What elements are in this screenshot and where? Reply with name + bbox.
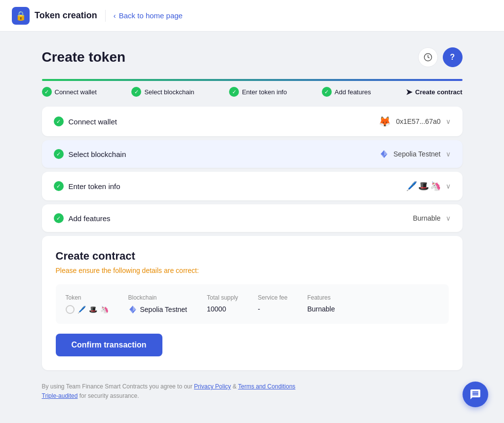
step-select-blockchain: ✓ Select blockchain (131, 87, 194, 97)
back-link-label: Back to home page (119, 11, 183, 20)
progress-fill (42, 79, 463, 81)
connect-wallet-section[interactable]: ✓ Connect wallet 🦊 0x1E57...67a0 ∨ (42, 107, 463, 136)
add-features-section[interactable]: ✓ Add features Burnable ∨ (42, 204, 463, 232)
step-arrow-icon: ➤ (406, 87, 412, 97)
step-enter-token-info-label: Enter token info (242, 88, 287, 96)
token-hat-icon: 🎩 (89, 306, 97, 313)
check-icon: ✓ (54, 149, 64, 159)
step-check-icon: ✓ (322, 87, 332, 97)
step-check-icon: ✓ (131, 87, 141, 97)
eth-col-icon (128, 305, 137, 314)
privacy-policy-link[interactable]: Privacy Policy (194, 383, 231, 390)
accordion-left: ✓ Select blockchain (54, 149, 126, 159)
check-icon: ✓ (54, 181, 64, 191)
create-contract-box: Create contract Please ensure the follow… (42, 236, 463, 370)
total-supply-col-value: 10000 (207, 305, 238, 313)
chevron-down-icon: ∨ (446, 117, 451, 125)
app-title: Token creation (35, 10, 97, 21)
check-icon: ✓ (54, 213, 64, 223)
stepper-container: ✓ Connect wallet ✓ Select blockchain ✓ E… (42, 79, 463, 97)
pencil-icon: 🖊️ (406, 181, 417, 192)
step-check-icon: ✓ (229, 87, 239, 97)
token-emojis: 🖊️ 🎩 🦄 (406, 181, 441, 192)
progress-bar (42, 79, 463, 81)
chevron-down-icon: ∨ (446, 214, 451, 222)
nav-divider (105, 10, 106, 22)
blockchain-col-label: Blockchain (128, 294, 187, 301)
total-supply-col: Total supply 10000 (207, 294, 238, 313)
hat-icon: 🎩 (418, 181, 429, 192)
main-content: Create token ? ✓ Connect wallet ✓ (30, 32, 474, 417)
step-connect-wallet: ✓ Connect wallet (42, 87, 97, 97)
step-select-blockchain-label: Select blockchain (144, 88, 194, 96)
accordion-right: 🦊 0x1E57...67a0 ∨ (379, 115, 450, 127)
chevron-down-icon: ∨ (446, 182, 451, 190)
page-header: Create token ? (42, 47, 463, 67)
create-contract-subtitle: Please ensure the following details are … (56, 267, 449, 274)
token-col-value: 🖊️ 🎩 🦄 (66, 305, 109, 314)
total-supply-col-label: Total supply (207, 294, 238, 301)
token-pencil-icon: 🖊️ (78, 306, 86, 313)
step-enter-token-info: ✓ Enter token info (229, 87, 287, 97)
blockchain-col-value: Sepolia Testnet (128, 305, 187, 314)
service-fee-col-value: - (258, 305, 287, 313)
step-create-contract: ➤ Create contract (406, 87, 462, 97)
step-connect-wallet-label: Connect wallet (55, 88, 97, 96)
top-navigation: 🔒 Token creation ‹ Back to home page (0, 0, 504, 32)
confirm-transaction-button[interactable]: Confirm transaction (56, 334, 162, 356)
footer-text1: By using Team Finance Smart Contracts yo… (42, 383, 193, 390)
terms-link[interactable]: Terms and Conditions (238, 383, 295, 390)
footer-and: & (233, 383, 238, 390)
wallet-address: 0x1E57...67a0 (396, 117, 440, 125)
features-col-label: Features (307, 294, 335, 301)
unicorn-icon: 🦄 (430, 181, 441, 192)
service-fee-col: Service fee - (258, 294, 287, 313)
add-features-label: Add features (69, 214, 111, 223)
enter-token-info-section[interactable]: ✓ Enter token info 🖊️ 🎩 🦄 ∨ (42, 172, 463, 200)
select-blockchain-section[interactable]: ✓ Select blockchain Sepolia Testnet ∨ (42, 140, 463, 168)
step-add-features: ✓ Add features (322, 87, 371, 97)
blockchain-col: Blockchain Sepolia Testnet (128, 294, 187, 314)
metamask-icon: 🦊 (379, 115, 391, 127)
step-create-contract-label: Create contract (415, 88, 462, 96)
accordion-right: Sepolia Testnet ∨ (380, 150, 450, 158)
service-fee-col-label: Service fee (258, 294, 287, 301)
blockchain-value: Sepolia Testnet (393, 150, 440, 158)
step-check-icon: ✓ (42, 87, 52, 97)
enter-token-info-label: Enter token info (69, 182, 120, 191)
accordion-left: ✓ Enter token info (54, 181, 120, 191)
footer-text3: for security assurance. (79, 392, 139, 399)
triple-audited-link[interactable]: Triple-audited (42, 392, 78, 399)
token-unicorn-icon: 🦄 (100, 306, 109, 313)
logo-icon: 🔒 (12, 7, 30, 25)
back-chevron-icon: ‹ (114, 11, 116, 20)
token-col: Token 🖊️ 🎩 🦄 (66, 294, 109, 314)
back-to-home-link[interactable]: ‹ Back to home page (114, 11, 183, 20)
app-logo: 🔒 Token creation (12, 7, 97, 25)
features-col: Features Burnable (307, 294, 335, 313)
select-blockchain-label: Select blockchain (69, 150, 126, 158)
page-title: Create token (42, 49, 126, 65)
header-actions: ? (418, 47, 463, 67)
token-circle-icon (66, 305, 75, 314)
chat-button[interactable] (463, 382, 488, 407)
features-col-value: Burnable (307, 305, 335, 313)
ethereum-icon (380, 150, 388, 158)
chevron-down-icon: ∨ (446, 150, 451, 158)
token-col-label: Token (66, 294, 109, 301)
create-contract-title: Create contract (56, 250, 449, 263)
features-value: Burnable (413, 214, 440, 222)
accordion-right: Burnable ∨ (413, 214, 450, 222)
check-icon: ✓ (54, 116, 64, 126)
accordion-left: ✓ Connect wallet (54, 116, 117, 126)
help-button[interactable]: ? (443, 47, 463, 67)
connect-wallet-label: Connect wallet (69, 117, 117, 126)
details-table: Token 🖊️ 🎩 🦄 Blockchain (56, 284, 449, 324)
clock-button[interactable] (418, 47, 438, 67)
step-add-features-label: Add features (335, 88, 371, 96)
stepper-steps: ✓ Connect wallet ✓ Select blockchain ✓ E… (42, 87, 463, 97)
accordion-left: ✓ Add features (54, 213, 111, 223)
help-icon: ? (450, 53, 455, 62)
blockchain-col-text: Sepolia Testnet (140, 306, 187, 313)
chat-icon (469, 388, 481, 400)
